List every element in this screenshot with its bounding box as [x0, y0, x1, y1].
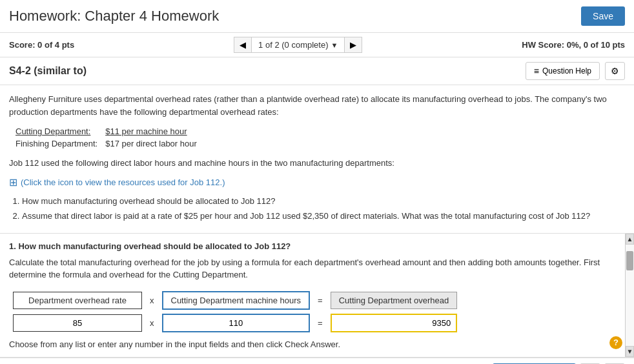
- dept-rates-table: Cutting Department: $11 per machine hour…: [14, 125, 205, 150]
- question-actions: ≡ Question Help ⚙: [526, 62, 625, 80]
- gear-icon: ⚙: [611, 66, 619, 76]
- choose-text: Choose from any list or enter any number…: [9, 339, 602, 349]
- scroll-thumb: [626, 251, 633, 270]
- formula-header-col3: Cutting Department overhead: [331, 292, 458, 309]
- questions-list: How much manufacturing overhead should b…: [9, 195, 625, 223]
- nav-prev-button[interactable]: ◀: [234, 37, 252, 53]
- value-op2: =: [314, 312, 327, 334]
- answer-section: 1. How much manufacturing overhead shoul…: [0, 234, 634, 358]
- help-icon-container: ?: [609, 336, 622, 349]
- question-2-text: Assume that direct labor is paid at a ra…: [22, 210, 625, 223]
- hw-score-label: HW Score:: [522, 40, 564, 50]
- scrollbar[interactable]: ▲ ▼: [625, 234, 634, 357]
- finishing-dept-rate: $17 per direct labor hour: [105, 138, 203, 149]
- formula-table: Department overhead rate x Cutting Depar…: [9, 289, 461, 334]
- score-display: Score: 0 of 4 pts: [9, 40, 74, 50]
- nav-next-button[interactable]: ▶: [344, 37, 362, 53]
- nav-dropdown-icon[interactable]: ▼: [331, 41, 338, 49]
- navigation-controls: ◀ 1 of 2 (0 complete) ▼ ▶: [234, 37, 362, 53]
- icon-link-text: (Click the icon to view the resources us…: [21, 177, 225, 187]
- score-label: Score:: [9, 40, 35, 50]
- save-button[interactable]: Save: [581, 6, 625, 26]
- answer-question-label: 1. How much manufacturing overhead shoul…: [9, 241, 615, 251]
- problem-intro: Allegheny Furniture uses departmental ov…: [9, 93, 625, 118]
- bottom-bar: 3 parts remaining Clear All Check Answer…: [0, 358, 634, 365]
- grid-icon: ⊞: [9, 176, 17, 188]
- score-bar: Score: 0 of 4 pts ◀ 1 of 2 (0 complete) …: [0, 33, 634, 57]
- scroll-track: [626, 245, 634, 346]
- settings-button[interactable]: ⚙: [605, 62, 625, 80]
- question-id: S4-2 (similar to): [9, 65, 87, 77]
- score-value: 0 of 4 pts: [37, 40, 74, 50]
- machine-hours-input[interactable]: [162, 314, 311, 332]
- formula-header-col2: Cutting Department machine hours: [162, 291, 311, 310]
- page-title: Homework: Chapter 4 Homework: [9, 8, 219, 25]
- hw-score-value: 0%, 0 of 10 pts: [567, 40, 625, 50]
- question-help-label: Question Help: [542, 66, 591, 76]
- page-header: Homework: Chapter 4 Homework Save: [0, 0, 634, 33]
- question-help-button[interactable]: ≡ Question Help: [526, 62, 600, 80]
- answer-description: Calculate the total manufacturing overhe…: [9, 256, 615, 281]
- list-icon: ≡: [534, 66, 539, 76]
- value-op1: x: [146, 312, 158, 334]
- question-1-text: How much manufacturing overhead should b…: [22, 195, 625, 208]
- nav-current-text: 1 of 2 (0 complete): [258, 40, 328, 50]
- formula-op2: =: [314, 289, 327, 312]
- cutting-dept-rate: $11 per machine hour: [105, 126, 203, 137]
- answer-question-text: How much manufacturing overhead should b…: [18, 241, 291, 251]
- job-section: Job 112 used the following direct labor …: [9, 157, 625, 188]
- help-icon[interactable]: ?: [609, 336, 622, 349]
- cutting-overhead-input[interactable]: [331, 314, 458, 332]
- formula-op1: x: [146, 289, 158, 312]
- formula-header-col1: Department overhead rate: [13, 292, 142, 309]
- resources-link[interactable]: ⊞ (Click the icon to view the resources …: [9, 176, 625, 188]
- problem-content: Allegheny Furniture uses departmental ov…: [0, 85, 634, 234]
- scroll-down-button[interactable]: ▼: [626, 346, 634, 357]
- finishing-dept-label: Finishing Department:: [15, 138, 104, 149]
- hw-score-display: HW Score: 0%, 0 of 10 pts: [522, 40, 625, 50]
- question-id-bar: S4-2 (similar to) ≡ Question Help ⚙: [0, 57, 634, 85]
- scroll-up-button[interactable]: ▲: [626, 234, 634, 245]
- nav-current-label: 1 of 2 (0 complete) ▼: [252, 37, 344, 53]
- job-text: Job 112 used the following direct labor …: [9, 157, 625, 170]
- cutting-dept-label: Cutting Department:: [15, 126, 104, 137]
- dept-rate-input[interactable]: [13, 314, 142, 332]
